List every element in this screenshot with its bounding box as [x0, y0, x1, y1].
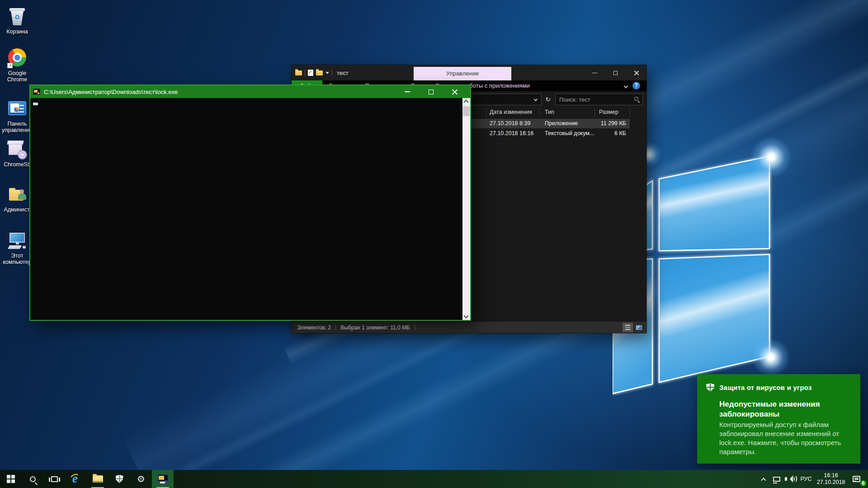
defender-shield-icon	[116, 475, 123, 483]
explorer-titlebar[interactable]: тест Управление	[292, 65, 646, 80]
recycle-symbol: ♻	[6, 14, 28, 21]
details-view-icon	[625, 325, 630, 330]
status-selection: Выбран 1 элемент: 11,0 МБ	[340, 324, 410, 331]
installer-box-icon	[6, 138, 28, 160]
tray-expand-button[interactable]	[758, 470, 769, 488]
cell-size: 11 299 КБ	[566, 120, 626, 127]
qat-folder-icon[interactable]	[295, 70, 302, 75]
taskbar-file-explorer[interactable]	[87, 470, 108, 488]
computer-icon	[6, 230, 28, 251]
minimize-icon	[405, 91, 410, 92]
search-input[interactable]: Поиск: тест	[555, 94, 643, 105]
divider	[594, 108, 595, 117]
console-cursor	[33, 103, 38, 105]
clock-date: 27.10.2018	[817, 479, 845, 486]
status-items-count: Элементов: 2	[297, 324, 331, 331]
gear-icon: ⚙	[137, 474, 145, 483]
cmd-window: C:\Users\Администратор\Downloads\тест\lo…	[29, 84, 471, 321]
shortcut-arrow-icon: ↗	[7, 63, 13, 68]
volume-tray-icon[interactable]	[784, 470, 797, 488]
toast-title: Недопустимые изменения заблокированы	[719, 399, 855, 419]
divider	[630, 108, 630, 117]
task-view-icon	[51, 476, 58, 482]
icon-label: Корзина	[0, 28, 34, 35]
clock[interactable]: 16:16 27.10.2018	[815, 470, 847, 488]
ribbon-expand-chevron-icon[interactable]	[624, 84, 628, 89]
icon-label: Google Chrome	[0, 70, 34, 83]
divider	[335, 324, 336, 330]
qat-new-folder-icon[interactable]	[316, 70, 323, 75]
action-center-icon	[853, 476, 860, 482]
refresh-button[interactable]: ↻	[543, 94, 553, 105]
close-button[interactable]	[448, 85, 461, 98]
cmd-window-title: C:\Users\Администратор\Downloads\тест\lo…	[44, 89, 178, 95]
taskbar-settings[interactable]: ⚙	[130, 470, 152, 488]
windows-logo-icon	[7, 475, 15, 483]
close-icon	[452, 89, 458, 95]
maximize-icon	[429, 89, 434, 94]
chrome-icon: ↗	[6, 47, 28, 69]
divider	[486, 108, 486, 117]
notification-toast[interactable]: Защита от вирусов и угроз Недопустимые и…	[697, 374, 860, 464]
language-indicator[interactable]: РУС	[798, 470, 814, 488]
task-view-button[interactable]	[43, 470, 65, 488]
taskbar-internet-explorer[interactable]: e	[65, 470, 87, 488]
toast-app-name: Защита от вирусов и угроз	[719, 384, 812, 391]
divider	[415, 324, 415, 330]
taskbar: e ⚙ >_	[0, 470, 868, 488]
divider	[539, 108, 540, 117]
taskbar-defender[interactable]	[108, 470, 130, 488]
close-button[interactable]	[626, 65, 646, 80]
thumbnails-view-button[interactable]	[634, 323, 644, 332]
window-title: тест	[337, 70, 349, 76]
scroll-up-icon[interactable]	[463, 99, 468, 104]
taskbar-lock-exe-active[interactable]: >_	[152, 470, 174, 488]
column-header-date[interactable]: Дата изменения	[490, 109, 532, 115]
minimize-button[interactable]	[584, 65, 605, 80]
maximize-button[interactable]	[605, 65, 626, 80]
maximize-button[interactable]	[424, 85, 438, 98]
thumbnails-view-icon	[636, 325, 642, 330]
recycle-bin-icon: ♻	[6, 5, 28, 27]
scrollbar[interactable]	[462, 98, 470, 320]
search-placeholder: Поиск: тест	[559, 96, 590, 103]
notification-count-badge: 6	[860, 480, 867, 487]
address-dropdown-chevron-icon[interactable]	[534, 98, 538, 101]
start-button[interactable]	[0, 470, 22, 488]
network-tray-icon[interactable]	[770, 470, 783, 488]
minimize-icon	[592, 73, 597, 73]
close-icon	[634, 70, 639, 75]
cell-date: 27.10.2018 16:16	[490, 130, 533, 136]
taskbar-search-button[interactable]	[22, 470, 43, 488]
desktop-icon-google-chrome[interactable]: ↗ Google Chrome	[0, 47, 34, 83]
status-bar: Элементов: 2 Выбран 1 элемент: 11,0 МБ	[292, 322, 646, 333]
cell-size: 6 КБ	[566, 130, 626, 136]
user-folder-icon	[6, 183, 28, 205]
clock-time: 16:16	[817, 472, 845, 479]
divider	[305, 70, 305, 76]
cmd-titlebar[interactable]: C:\Users\Администратор\Downloads\тест\lo…	[30, 85, 470, 98]
lock-exe-icon: >_	[157, 474, 169, 484]
details-view-button[interactable]	[623, 323, 633, 332]
column-header-type[interactable]: Тип	[545, 109, 554, 115]
cell-date: 27.10.2018 8:39	[490, 120, 530, 127]
speaker-icon	[785, 475, 797, 483]
file-explorer-icon	[93, 475, 103, 483]
maximize-icon	[613, 71, 618, 75]
desktop-icon-recycle-bin[interactable]: ♻ Корзина	[0, 5, 34, 35]
scrollbar-thumb[interactable]	[463, 106, 470, 116]
minimize-button[interactable]	[401, 85, 414, 98]
desktop: ♻ Корзина ↗ Google Chrome Панель управле…	[0, 0, 868, 488]
divider	[332, 70, 332, 76]
search-icon	[30, 476, 36, 482]
cmd-app-icon	[33, 89, 40, 95]
search-icon	[634, 97, 638, 101]
scroll-down-icon[interactable]	[463, 313, 468, 318]
qat-properties-icon[interactable]	[308, 70, 313, 76]
help-button[interactable]: ?	[632, 82, 640, 89]
qat-customize-chevron-icon[interactable]	[326, 72, 329, 74]
internet-explorer-icon: e	[70, 473, 82, 485]
toast-body: Контролируемый доступ к файлам заблокиро…	[719, 420, 859, 456]
column-header-size[interactable]: Размер	[599, 109, 618, 115]
ribbon-contextual-group[interactable]: Управление	[414, 67, 511, 80]
